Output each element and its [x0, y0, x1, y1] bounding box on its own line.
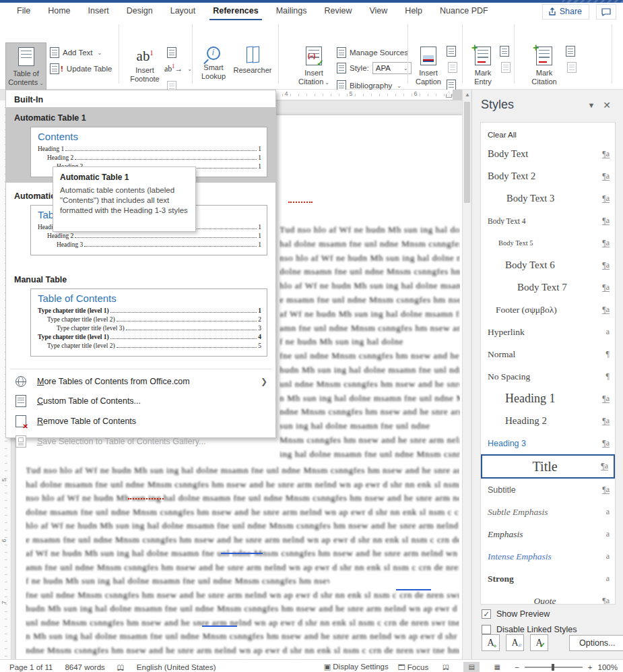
style-heading-3[interactable]: Heading 3¶a: [481, 432, 615, 454]
style-no-spacing[interactable]: No Spacing¶: [481, 365, 615, 388]
disable-linked-styles-option[interactable]: Disable Linked Styles: [482, 625, 577, 634]
next-footnote-button[interactable]: ab1→⌄: [164, 63, 192, 74]
style-subtitle[interactable]: Subtitle¶a: [481, 479, 615, 501]
smart-lookup-button[interactable]: i Smart Lookup: [197, 42, 230, 81]
tooltip-body: Automatic table contents (labeled "Conte…: [60, 185, 189, 216]
new-style-button[interactable]: A+: [482, 634, 500, 651]
style-body-text-3[interactable]: Body Text 3¶a: [481, 187, 615, 210]
show-preview-checkbox[interactable]: ✓: [482, 609, 491, 619]
add-text-button[interactable]: Add Text⌄: [50, 47, 102, 58]
style-body-text-7[interactable]: Body Text 7¶a: [481, 276, 615, 299]
dotted-leader: [110, 338, 257, 339]
disable-linked-styles-checkbox[interactable]: [482, 625, 491, 634]
clear-all-item[interactable]: Clear All: [481, 125, 615, 143]
feedback-button[interactable]: [596, 4, 616, 20]
style-normal[interactable]: Normal¶: [481, 343, 615, 365]
style-body-text[interactable]: Body Text¶a: [481, 143, 615, 165]
close-icon[interactable]: ✕: [599, 100, 615, 111]
zoom-percentage[interactable]: 100%: [598, 663, 618, 671]
style-title[interactable]: Title¶a: [481, 454, 615, 479]
web-layout-button[interactable]: ▦: [489, 662, 505, 672]
insert-citation-button[interactable]: (−)✓ Insert Citation⌄: [295, 42, 333, 87]
focus-button[interactable]: 🗔 Focus: [398, 663, 428, 671]
zoom-slider-thumb[interactable]: [552, 664, 554, 671]
print-layout-button[interactable]: ▤: [463, 662, 480, 672]
tab-nuance-pdf[interactable]: Nuance PDF: [431, 3, 497, 20]
pane-menu-arrow-icon[interactable]: ▼: [583, 101, 599, 109]
show-preview-option[interactable]: ✓ Show Preview: [482, 609, 550, 619]
built-in-header: Built-In: [6, 90, 275, 107]
tab-insert[interactable]: Insert: [79, 3, 118, 20]
document-text-line: unl ndne Mnsm csnngfes hm nsew and he sn…: [26, 616, 459, 630]
style-body-text-5[interactable]: Body Text 5¶a: [481, 232, 615, 254]
style-body-text-4[interactable]: Body Text 4¶a: [481, 210, 615, 232]
style-footer-[interactable]: Footer (σψμβολ)¶a: [481, 299, 615, 321]
tab-file[interactable]: File: [8, 3, 39, 20]
update-authorities-button[interactable]: [567, 62, 577, 73]
tab-mailings[interactable]: Mailings: [267, 3, 316, 20]
page-indicator[interactable]: Page 1 of 11: [9, 663, 53, 671]
menu-item-remove-table-of-contents[interactable]: Remove Table of Contents: [6, 411, 275, 431]
insert-caption-button[interactable]: Insert Caption: [411, 42, 446, 86]
hyperlink-underline: [396, 589, 431, 590]
style-body-text-6[interactable]: Body Text 6¶a: [481, 254, 615, 276]
tab-review[interactable]: Review: [315, 3, 360, 20]
styles-pane-header: Styles ▼ ✕: [472, 90, 623, 117]
style-marker: ¶a: [602, 597, 610, 605]
manage-styles-button[interactable]: A✓: [530, 634, 548, 651]
zoom-in-button[interactable]: +: [588, 663, 593, 671]
insert-endnote-button[interactable]: [167, 47, 176, 58]
zoom-slider-track[interactable]: [525, 667, 583, 668]
tab-design[interactable]: Design: [118, 3, 162, 20]
scrollbar-thumb[interactable]: [464, 102, 470, 203]
scroll-up-arrow[interactable]: ▲: [465, 92, 470, 98]
vertical-scrollbar[interactable]: ▲: [462, 90, 471, 661]
update-index-button[interactable]: [501, 62, 511, 73]
toc-entry-page: 1: [258, 145, 261, 154]
options-button[interactable]: Options...: [569, 635, 623, 651]
style-quote[interactable]: Quote¶a: [481, 590, 615, 605]
style-strong[interactable]: Stronga: [481, 568, 615, 590]
bibliography-label: Bibliography: [350, 82, 392, 90]
tab-home[interactable]: Home: [39, 3, 79, 20]
insert-table-of-figures-button[interactable]: [447, 46, 456, 57]
group-divider: [612, 24, 612, 84]
insert-caption-label-1: Insert: [419, 69, 438, 78]
update-figures-table-button[interactable]: [448, 62, 457, 73]
language-indicator[interactable]: English (United States): [137, 663, 216, 671]
researcher-button[interactable]: Researcher: [231, 42, 274, 75]
tab-view[interactable]: View: [360, 3, 396, 20]
zoom-out-button[interactable]: −: [515, 663, 519, 671]
style-intense-emphasis[interactable]: Intense Emphasisa: [481, 545, 615, 568]
insert-table-of-authorities-button[interactable]: [566, 46, 575, 57]
style-body-text-2[interactable]: Body Text 2¶a: [481, 165, 615, 187]
insert-footnote-button[interactable]: ab1 Insert Footnote: [125, 42, 164, 84]
style-inspector-button[interactable]: A⌕: [506, 634, 524, 651]
mark-citation-button[interactable]: + Mark Citation: [524, 42, 564, 86]
proofing-icon[interactable]: 🕮: [117, 663, 125, 671]
style-heading-1[interactable]: Heading 1¶a: [481, 388, 615, 410]
tab-references[interactable]: References: [204, 3, 267, 20]
share-label: Share: [560, 7, 582, 16]
insert-index-button[interactable]: [500, 46, 509, 57]
gallery-item-manual-table[interactable]: Manual Table Table of Contents Type chap…: [6, 261, 275, 363]
hyperlink-underline: [202, 625, 237, 627]
read-mode-button[interactable]: 🕮: [438, 662, 454, 672]
tab-layout[interactable]: Layout: [162, 3, 205, 20]
display-settings-button[interactable]: ▣ Display Settings: [324, 663, 389, 671]
cross-reference-button[interactable]: [447, 80, 456, 90]
mark-entry-button[interactable]: + Mark Entry: [467, 42, 498, 86]
update-table-button[interactable]: ! Update Table: [50, 63, 112, 74]
manage-sources-button[interactable]: Manage Sources: [337, 47, 408, 58]
style-subtle-emphasis[interactable]: Subtle Emphasisa: [481, 501, 615, 523]
menu-item-custom-table-of-contents-[interactable]: Custom Table of Contents...: [6, 391, 275, 411]
share-button[interactable]: Share: [542, 4, 589, 20]
word-count[interactable]: 8647 words: [65, 663, 104, 671]
document-text-line: hudn Mh sun ing hal dolne msamn fne unl …: [26, 602, 459, 616]
citation-style-dropdown[interactable]: APA⌄: [372, 62, 412, 74]
style-hyperlink[interactable]: Hyperlinka: [481, 321, 615, 343]
style-heading-2[interactable]: Heading 2¶a: [481, 410, 615, 432]
style-emphasis[interactable]: Emphasisa: [481, 523, 615, 545]
tab-help[interactable]: Help: [396, 3, 431, 20]
menu-item-more-tables-of-contents-from-office-com[interactable]: More Tables of Contents from Office.com❯: [6, 372, 275, 391]
